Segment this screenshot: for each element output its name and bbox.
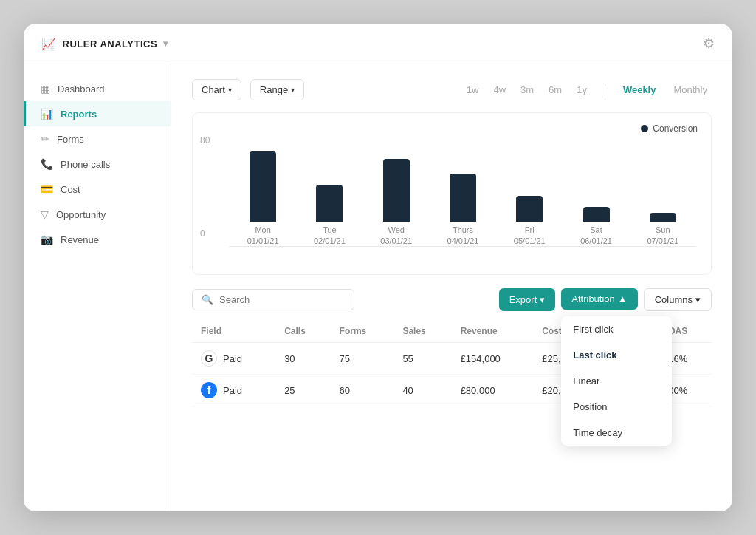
columns-button[interactable]: Columns ▾ (644, 288, 712, 311)
bar-wed (383, 159, 410, 222)
col-field: Field (192, 320, 275, 343)
sidebar-item-opportunity[interactable]: ▽ Opportunity (24, 202, 171, 227)
y-label-bottom: 0 (200, 228, 205, 239)
sidebar-item-cost[interactable]: 💳 Cost (24, 177, 171, 202)
range-1w[interactable]: 1w (462, 81, 484, 98)
chart-chevron: ▾ (228, 86, 232, 94)
legend-label: Conversion (653, 123, 698, 134)
dashboard-icon: ▦ (41, 83, 50, 95)
chart-toolbar: Chart ▾ Range ▾ 1w 4w 3m 6m 1y (192, 79, 712, 100)
brand-icon: 📈 (41, 37, 57, 51)
range-4w[interactable]: 4w (489, 81, 510, 98)
range-options: 1w 4w 3m 6m 1y (462, 81, 591, 98)
cost-icon: 💳 (41, 183, 53, 195)
row-type-0: Paid (223, 353, 242, 364)
cell-forms-1: 60 (331, 375, 394, 406)
sidebar-label-revenue: Revenue (61, 234, 99, 245)
chart-dropdown[interactable]: Chart ▾ (192, 79, 241, 100)
settings-icon[interactable]: ⚙ (703, 35, 715, 52)
fb-logo: f (201, 382, 217, 398)
legend-dot (641, 125, 648, 132)
brand-name: RULER ANALYTICS (63, 38, 158, 50)
bar-label-mon: Mon01/01/21 (247, 225, 279, 246)
cell-field-0: G Paid (192, 343, 275, 375)
bar-group-sun: Sun07/01/21 (647, 213, 678, 246)
bar-group-thurs: Thurs04/01/21 (447, 174, 479, 246)
search-box[interactable]: 🔍 (192, 289, 354, 310)
range-dropdown[interactable]: Range ▾ (250, 79, 304, 100)
toolbar-right: 1w 4w 3m 6m 1y Weekly Monthly (462, 81, 712, 98)
mode-monthly[interactable]: Monthly (669, 81, 712, 98)
bar-label-wed: Wed03/01/21 (380, 225, 412, 246)
sidebar-label-cost: Cost (61, 184, 80, 195)
chart-bars: Mon01/01/21Tue02/01/21Wed03/01/21Thurs04… (230, 132, 696, 247)
col-sales: Sales (394, 320, 451, 343)
columns-chevron: ▾ (695, 294, 701, 305)
bar-fri (516, 196, 543, 222)
search-input[interactable] (219, 294, 345, 305)
export-chevron: ▾ (540, 294, 545, 305)
bar-thurs (450, 174, 476, 222)
attr-linear[interactable]: Linear (561, 368, 672, 394)
bar-label-thurs: Thurs04/01/21 (447, 225, 479, 246)
attribution-container: Attribution ▲ First click Last click Lin… (561, 288, 637, 311)
range-divider (605, 84, 605, 96)
sidebar-item-forms[interactable]: ✏ Forms (24, 126, 171, 151)
top-bar: 📈 RULER ANALYTICS ▾ ⚙ (24, 24, 732, 64)
cell-revenue-0: £154,000 (452, 343, 534, 375)
bar-label-sat: Sat06/01/21 (580, 225, 612, 246)
range-6m[interactable]: 6m (544, 81, 566, 98)
phone-icon: 📞 (41, 158, 53, 170)
range-3m[interactable]: 3m (516, 81, 538, 98)
app-window: 📈 RULER ANALYTICS ▾ ⚙ ▦ Dashboard 📊 Repo… (24, 24, 732, 511)
bar-label-sun: Sun07/01/21 (647, 225, 678, 246)
chart-legend: Conversion (641, 123, 698, 134)
reports-icon: 📊 (41, 108, 53, 120)
row-type-1: Paid (223, 385, 242, 396)
cell-sales-1: 40 (394, 375, 451, 406)
attr-last-click[interactable]: Last click (561, 342, 672, 368)
main-layout: ▦ Dashboard 📊 Reports ✏ Forms 📞 Phone ca… (24, 64, 732, 511)
attribution-button[interactable]: Attribution ▲ (561, 288, 637, 310)
export-button[interactable]: Export ▾ (499, 288, 556, 311)
attr-position[interactable]: Position (561, 394, 672, 420)
toolbar-left: Chart ▾ Range ▾ (192, 79, 304, 100)
cell-calls-1: 25 (275, 375, 330, 406)
cell-field-1: f Paid (192, 375, 275, 406)
sidebar-item-revenue[interactable]: 📷 Revenue (24, 227, 171, 252)
mode-weekly[interactable]: Weekly (619, 81, 661, 98)
export-label: Export (509, 294, 537, 305)
sidebar-label-phone-calls: Phone calls (61, 159, 110, 170)
brand-chevron: ▾ (163, 38, 168, 49)
table-buttons: Export ▾ Attribution ▲ First click Last … (499, 288, 712, 311)
chart-area: Conversion 80 Mon01/01/21Tue02/01/21Wed0… (192, 112, 712, 275)
range-label: Range (260, 84, 288, 95)
cell-sales-0: 55 (394, 343, 451, 375)
col-calls: Calls (275, 320, 330, 343)
attr-time-decay[interactable]: Time decay (561, 420, 672, 446)
cell-forms-0: 75 (331, 343, 394, 375)
sidebar-label-forms: Forms (57, 134, 84, 145)
sidebar: ▦ Dashboard 📊 Reports ✏ Forms 📞 Phone ca… (24, 64, 171, 511)
sidebar-item-dashboard[interactable]: ▦ Dashboard (24, 76, 171, 101)
bar-tue (316, 185, 343, 222)
range-chevron: ▾ (291, 86, 295, 94)
table-toolbar: 🔍 Export ▾ Attribution ▲ First c (192, 288, 712, 311)
attr-first-click[interactable]: First click (561, 316, 672, 342)
columns-label: Columns (655, 294, 693, 305)
col-forms: Forms (331, 320, 394, 343)
cell-calls-0: 30 (275, 343, 330, 375)
range-1y[interactable]: 1y (572, 81, 591, 98)
sidebar-item-reports[interactable]: 📊 Reports (24, 101, 171, 126)
chart-label: Chart (202, 84, 225, 95)
content-area: Chart ▾ Range ▾ 1w 4w 3m 6m 1y (171, 64, 732, 511)
bar-mon (250, 151, 276, 222)
cell-revenue-1: £80,000 (452, 375, 534, 406)
forms-icon: ✏ (41, 133, 49, 145)
google-logo: G (201, 350, 217, 367)
bar-group-wed: Wed03/01/21 (380, 159, 412, 246)
col-revenue: Revenue (452, 320, 534, 343)
attribution-chevron: ▲ (618, 293, 628, 304)
bar-group-fri: Fri05/01/21 (514, 196, 546, 246)
sidebar-item-phone-calls[interactable]: 📞 Phone calls (24, 151, 171, 177)
